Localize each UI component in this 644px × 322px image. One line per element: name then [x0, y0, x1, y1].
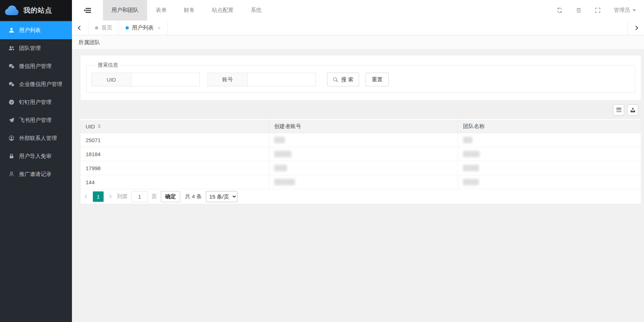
pagination: 1 到第 页 确定 共 4 条 15 条/页 — [81, 189, 641, 204]
cloud-logo-icon — [5, 5, 20, 15]
sidebar-item-label: 用户导入免审 — [19, 153, 51, 160]
topmenu-system[interactable]: 系统 — [242, 0, 270, 21]
sidebar-menu: 用户列表 团队管理 微信用户管理 企业微信用户管理 钉钉用户管理 — [0, 21, 72, 183]
data-table: UID 创建者账号 团队名称 25071 18184 17998 144 — [81, 101, 641, 204]
sidebar-item-label: 团队管理 — [19, 45, 41, 52]
page-title: 所属团队 — [72, 35, 644, 50]
sidebar-item-wechat-users[interactable]: 微信用户管理 — [0, 57, 72, 75]
cell-creator — [269, 161, 458, 175]
columns-toggle-button[interactable] — [613, 104, 624, 115]
wechat-icon — [8, 63, 14, 69]
sidebar: 我的站点 用户列表 团队管理 微信用户管理 企业微信用户管理 — [0, 0, 72, 322]
table-row: 25071 — [81, 133, 641, 147]
goto-page-label: 到第 — [117, 193, 128, 200]
tabs-bar: 首页 用户列表 × — [72, 21, 644, 35]
collapse-menu-icon — [83, 8, 91, 13]
account-label: 账号 — [208, 73, 248, 86]
columns-icon — [616, 107, 622, 113]
cell-team — [458, 147, 641, 161]
tab-user-list[interactable]: 用户列表 × — [119, 21, 168, 35]
lock-icon — [8, 153, 14, 159]
topmenu-site-config[interactable]: 站点配置 — [203, 0, 242, 21]
tabs-scroll-right-button[interactable] — [627, 21, 644, 35]
tab-label: 用户列表 — [132, 24, 154, 31]
export-button[interactable] — [627, 104, 638, 115]
main-content: 搜索信息 UID 账号 搜 索 — [72, 50, 644, 322]
top-actions: 管理员 — [557, 0, 644, 21]
tabs-scroll-left-button[interactable] — [72, 21, 89, 35]
cell-creator — [269, 133, 458, 147]
sidebar-item-dingtalk-users[interactable]: 钉钉用户管理 — [0, 93, 72, 111]
search-button-label: 搜 索 — [341, 76, 353, 83]
user-outline-icon — [8, 171, 14, 177]
cell-uid: 17998 — [81, 161, 269, 175]
total-count-label: 共 4 条 — [185, 193, 202, 200]
close-icon[interactable]: × — [158, 25, 161, 31]
cell-creator — [269, 175, 458, 189]
column-header-uid[interactable]: UID — [81, 120, 269, 133]
cell-uid: 25071 — [81, 133, 269, 147]
tab-home[interactable]: 首页 — [89, 21, 119, 35]
page-unit-label: 页 — [151, 193, 157, 200]
fullscreen-icon[interactable] — [595, 7, 601, 14]
tab-status-dot — [126, 26, 129, 30]
cell-team — [458, 133, 641, 147]
redacted-value — [274, 179, 295, 185]
redacted-value — [463, 137, 472, 143]
tab-status-dot — [95, 26, 98, 30]
sidebar-item-label: 微信用户管理 — [19, 63, 51, 70]
user-menu[interactable]: 管理员 — [614, 7, 636, 14]
column-header-creator: 创建者账号 — [269, 120, 458, 133]
goto-page-input[interactable] — [131, 191, 148, 202]
account-input[interactable] — [248, 73, 316, 86]
sidebar-item-user-list[interactable]: 用户列表 — [0, 21, 72, 39]
paper-plane-icon — [8, 117, 14, 123]
uid-input-group: UID — [91, 73, 200, 86]
search-form-row: UID 账号 搜 索 重置 — [91, 73, 635, 86]
redacted-value — [274, 165, 287, 171]
topmenu-users-teams[interactable]: 用户和团队 — [103, 0, 147, 21]
refresh-icon[interactable] — [557, 7, 563, 14]
table-toolbar — [81, 101, 641, 119]
sidebar-item-wecom-users[interactable]: 企业微信用户管理 — [0, 75, 72, 93]
search-button[interactable]: 搜 索 — [327, 73, 359, 86]
sidebar-item-label: 外部联系人管理 — [19, 135, 57, 142]
redacted-value — [274, 151, 291, 157]
page-number-button[interactable]: 1 — [93, 191, 104, 202]
trash-icon[interactable] — [576, 7, 582, 14]
top-header: 用户和团队 表单 财务 站点配置 系统 管理员 — [72, 0, 644, 21]
sidebar-item-promo-invites[interactable]: 推广邀请记录 — [0, 165, 72, 183]
uid-input[interactable] — [131, 73, 200, 86]
search-icon — [333, 77, 338, 82]
sidebar-item-feishu-users[interactable]: 飞书用户管理 — [0, 111, 72, 129]
redacted-value — [463, 179, 479, 185]
sidebar-item-label: 企业微信用户管理 — [19, 81, 62, 88]
collapse-menu-button[interactable] — [72, 0, 103, 21]
sidebar-item-user-import[interactable]: 用户导入免审 — [0, 147, 72, 165]
uid-label: UID — [91, 73, 131, 86]
next-page-icon[interactable] — [108, 194, 112, 198]
confirm-page-button[interactable]: 确定 — [161, 191, 180, 202]
search-fieldset: 搜索信息 UID 账号 搜 索 — [86, 62, 635, 93]
tab-label: 首页 — [101, 24, 112, 31]
chevron-down-icon — [632, 9, 636, 12]
page-size-select[interactable]: 15 条/页 — [206, 191, 237, 202]
previous-page-icon[interactable] — [85, 194, 89, 198]
app-logo: 我的站点 — [0, 0, 72, 21]
cell-uid: 18184 — [81, 147, 269, 161]
topmenu-finance[interactable]: 财务 — [175, 0, 203, 21]
cell-uid: 144 — [81, 175, 269, 189]
export-icon — [630, 107, 636, 113]
redacted-value — [274, 137, 285, 143]
sort-icon[interactable] — [98, 124, 101, 128]
cell-team — [458, 175, 641, 189]
sidebar-item-label: 飞书用户管理 — [19, 117, 51, 124]
topmenu-forms[interactable]: 表单 — [147, 0, 175, 21]
search-legend: 搜索信息 — [95, 62, 121, 68]
sidebar-item-label: 推广邀请记录 — [19, 171, 51, 178]
sidebar-item-team-management[interactable]: 团队管理 — [0, 39, 72, 57]
account-input-group: 账号 — [208, 73, 316, 86]
reset-button[interactable]: 重置 — [366, 73, 389, 86]
user-name: 管理员 — [614, 7, 630, 14]
sidebar-item-external-contacts[interactable]: 外部联系人管理 — [0, 129, 72, 147]
